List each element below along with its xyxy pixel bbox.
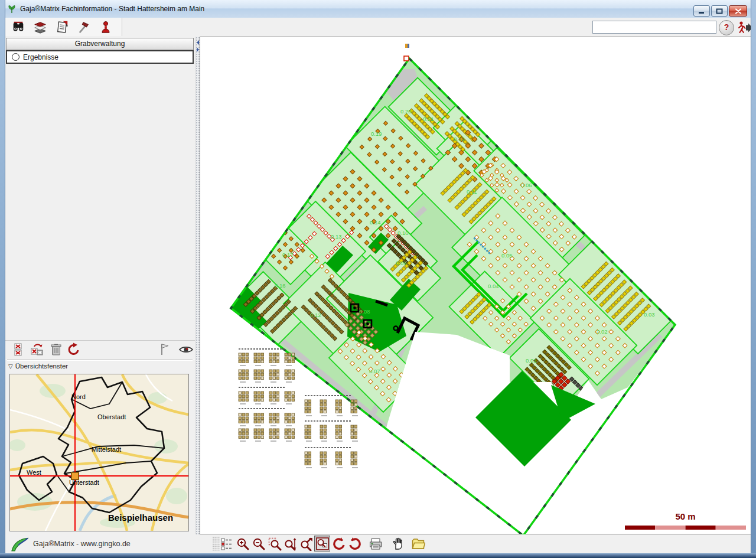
detail-grave-cluster[interactable] — [335, 452, 343, 468]
detail-grave-cluster[interactable] — [285, 429, 295, 441]
detail-grave-cluster[interactable] — [351, 400, 358, 416]
section-label-0.12: 0.12 — [310, 312, 321, 318]
delete-x-arrow-icon[interactable] — [30, 342, 46, 358]
window-title: Gaja®Matrix Fachinformation - Stadt Hatt… — [20, 0, 204, 18]
hammer-icon[interactable] — [75, 19, 93, 35]
layers-icon[interactable] — [31, 19, 49, 35]
map-marker[interactable] — [408, 44, 409, 48]
zoom-in-icon[interactable] — [234, 536, 250, 552]
detail-grave-cluster[interactable] — [351, 452, 358, 468]
zoom-extent-icon[interactable] — [298, 536, 314, 552]
overview-panel-toggle[interactable]: ▽Übersichtsfenster — [8, 363, 185, 372]
detail-grave-cluster[interactable] — [269, 353, 279, 366]
detail-grave-cluster[interactable] — [305, 400, 312, 416]
district-label-unterstadt: Unterstadt — [69, 479, 99, 486]
district-label-nord: Nord — [71, 393, 86, 400]
eye-icon[interactable] — [178, 342, 195, 358]
detail-grave-cluster[interactable] — [239, 391, 249, 404]
detail-grave-cluster[interactable] — [239, 429, 249, 441]
scale-bar-segment — [655, 526, 685, 530]
detail-grave-cluster[interactable] — [351, 425, 358, 441]
map-marker[interactable] — [405, 44, 408, 48]
print-icon[interactable] — [367, 536, 383, 552]
zoom-dynamic-icon[interactable] — [282, 536, 298, 552]
zoom-window-icon[interactable] — [314, 536, 330, 552]
detail-grave-cluster[interactable] — [335, 400, 343, 416]
panel-header-grabverwaltung[interactable]: Grabverwaltung — [6, 38, 194, 50]
district-label-west: West — [27, 469, 41, 476]
detail-grave-cluster[interactable] — [239, 413, 249, 426]
detail-grave-cluster[interactable] — [254, 370, 264, 382]
status-text: Gaja®Matrix - www.gingko.de — [33, 534, 131, 553]
redo-icon[interactable] — [347, 536, 363, 552]
detail-grave-cluster[interactable] — [320, 425, 327, 441]
detail-grave-cluster[interactable] — [305, 452, 312, 468]
detail-grave-cluster[interactable] — [269, 391, 279, 404]
section-label-0.03: 0.03 — [644, 311, 655, 318]
zoom-out-icon[interactable] — [250, 536, 266, 552]
radio-icon[interactable] — [12, 53, 19, 61]
bottom-bar: Gaja®Matrix - www.gingko.de — [5, 534, 751, 553]
section-label-0.16: 0.16 — [275, 282, 286, 289]
overview-map-svg: NordOberstadtMittelstadtWestUnterstadtBe… — [10, 374, 188, 531]
detail-grave-cluster[interactable] — [254, 413, 264, 426]
zoom-rect-icon[interactable] — [266, 536, 282, 552]
window-frame-bottom — [0, 553, 756, 558]
detail-grave-cluster[interactable] — [254, 391, 264, 404]
overview-map[interactable]: NordOberstadtMittelstadtWestUnterstadtBe… — [9, 374, 189, 531]
section-label-0.06: 0.06 — [521, 182, 532, 188]
section-label-0.13: 0.13 — [331, 233, 342, 240]
overview-panel-title: Übersichtsfenster — [15, 363, 68, 370]
section-label-0.14: 0.14 — [370, 219, 381, 226]
detail-grave-cluster[interactable] — [305, 425, 312, 441]
section-label-0.09: 0.09 — [396, 260, 407, 266]
binoculars-icon[interactable] — [9, 19, 27, 35]
section-label-0.07: 0.07 — [369, 368, 380, 374]
map-marker[interactable] — [404, 56, 409, 61]
detail-grave-cluster[interactable] — [239, 370, 249, 382]
window-frame-right — [751, 0, 756, 558]
detail-grave-cluster[interactable] — [285, 413, 295, 426]
minimize-button[interactable] — [693, 5, 710, 17]
maximize-button[interactable] — [711, 5, 728, 17]
trash-icon[interactable] — [48, 342, 65, 358]
section-label-0.21: 0.21 — [423, 116, 434, 122]
scale-bar-segment — [716, 526, 746, 530]
detail-grave-cluster[interactable] — [269, 413, 279, 426]
detail-grave-cluster[interactable] — [285, 391, 295, 404]
flag-icon[interactable] — [157, 342, 174, 358]
detail-grave-cluster[interactable] — [239, 353, 249, 366]
delete-x2-icon[interactable] — [12, 342, 28, 358]
rotate-icon[interactable] — [66, 342, 83, 358]
detail-grave-cluster[interactable] — [320, 400, 327, 416]
district-label-oberstadt: Oberstadt — [97, 413, 126, 420]
green-area — [445, 346, 477, 380]
detail-grave-cluster[interactable] — [269, 370, 279, 382]
detail-grave-cluster[interactable] — [320, 452, 327, 468]
detail-grave-cluster[interactable] — [269, 429, 279, 441]
section-label-0.15: 0.15 — [454, 136, 465, 142]
undo-icon[interactable] — [330, 536, 346, 552]
section-label-0.19: 0.19 — [371, 130, 382, 137]
collapse-triangle-icon[interactable]: ▽ — [8, 363, 13, 370]
pan-icon[interactable] — [389, 536, 405, 552]
close-button[interactable] — [729, 5, 747, 17]
detail-grave-cluster[interactable] — [254, 429, 264, 441]
report-icon[interactable] — [53, 19, 71, 35]
help-button[interactable]: ? — [719, 20, 734, 35]
detail-grave-cluster[interactable] — [335, 425, 343, 441]
cemetery-map[interactable]: 0.190.200.210.150.140.130.170.160.120.10… — [201, 38, 750, 533]
person-icon[interactable] — [97, 19, 115, 35]
main-toolbar: ? — [5, 18, 751, 37]
detail-grave-cluster[interactable] — [254, 353, 264, 366]
legend-icon[interactable] — [219, 536, 234, 552]
folder-icon[interactable] — [410, 536, 426, 552]
search-input[interactable] — [592, 21, 716, 34]
section-label-0.05: 0.05 — [501, 252, 513, 259]
results-list[interactable]: Ergebnisse — [6, 50, 194, 64]
title-bar[interactable]: Gaja®Matrix Fachinformation - Stadt Hatt… — [0, 0, 756, 18]
section-label-0.04: 0.04 — [488, 283, 499, 289]
map-viewport[interactable]: 0.190.200.210.150.140.130.170.160.120.10… — [200, 37, 751, 534]
detail-grave-cluster[interactable] — [285, 370, 295, 382]
detail-grave-cluster[interactable] — [285, 353, 295, 366]
